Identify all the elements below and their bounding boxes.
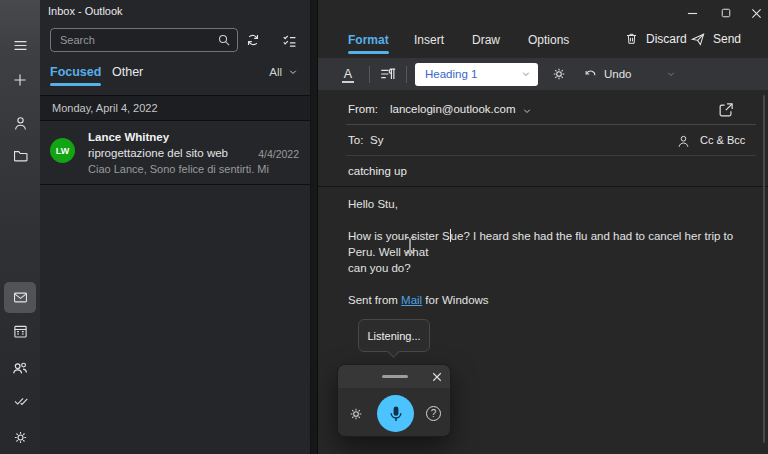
nav-calendar-button[interactable] <box>0 316 40 346</box>
body-greeting: Hello Stu, <box>348 196 750 212</box>
tab-focused[interactable]: Focused <box>50 65 101 79</box>
nav-settings-button[interactable] <box>0 422 40 452</box>
mail-link[interactable]: Mail <box>401 294 422 306</box>
person-icon <box>12 115 29 132</box>
plus-icon <box>12 72 28 88</box>
format-toolbar: A Heading 1 Undo <box>318 58 768 90</box>
gear-icon <box>12 429 29 446</box>
nav-people-button[interactable] <box>0 353 40 383</box>
filter-label: All <box>269 66 282 78</box>
minimize-button[interactable] <box>678 3 706 23</box>
style-dropdown-value: Heading 1 <box>425 68 521 80</box>
undo-button[interactable]: Undo <box>583 67 632 82</box>
scrollbar[interactable] <box>763 95 765 443</box>
send-label: Send <box>713 32 741 46</box>
message-list-item[interactable]: LW Lance Whitney riprogettazione del sit… <box>40 121 310 185</box>
search-box[interactable] <box>50 28 238 52</box>
chevron-down-icon <box>522 106 532 116</box>
voice-typing-panel[interactable]: ? <box>337 364 451 437</box>
accounts-button[interactable] <box>0 108 40 138</box>
hamburger-icon <box>12 37 29 54</box>
voice-help-button[interactable]: ? <box>426 406 441 421</box>
undo-label: Undo <box>604 68 632 80</box>
close-button[interactable] <box>742 3 768 23</box>
send-button[interactable]: Send <box>690 31 741 47</box>
ibeam-cursor <box>404 236 416 254</box>
nav-mail-button[interactable] <box>0 282 40 312</box>
message-date: 4/4/2022 <box>258 148 299 160</box>
cc-bcc-button[interactable]: Cc & Bcc <box>700 134 745 146</box>
close-icon <box>432 372 442 382</box>
chevron-down-icon <box>521 69 531 79</box>
tab-draw[interactable]: Draw <box>472 33 500 47</box>
sync-icon <box>245 32 261 48</box>
calendar-icon <box>12 323 29 340</box>
message-subject: riprogettazione del sito web <box>88 147 228 159</box>
people-icon <box>11 359 29 377</box>
new-item-button[interactable] <box>0 65 40 95</box>
microphone-button[interactable] <box>377 395 414 432</box>
undo-icon <box>583 67 598 82</box>
subject-value[interactable]: catching up <box>348 165 407 177</box>
undo-dropdown-chevron-icon[interactable] <box>666 69 676 79</box>
from-label: From: <box>348 103 378 115</box>
date-group-header: Monday, April 4, 2022 <box>40 95 310 121</box>
double-check-icon <box>12 392 29 409</box>
minimize-icon <box>687 8 698 19</box>
tab-format[interactable]: Format <box>348 33 389 47</box>
tab-focused-underline <box>50 83 101 86</box>
font-a-icon: A <box>342 67 354 83</box>
from-row[interactable]: From: lancelogin@outlook.com <box>318 95 768 125</box>
style-dropdown[interactable]: Heading 1 <box>415 63 538 86</box>
to-label: To: <box>348 134 363 146</box>
close-icon <box>751 8 762 19</box>
search-icon[interactable] <box>217 33 231 47</box>
styles-settings-button[interactable] <box>551 66 567 82</box>
tab-options[interactable]: Options <box>528 33 569 47</box>
tab-insert[interactable]: Insert <box>414 33 444 47</box>
microphone-icon <box>386 404 406 424</box>
filter-dropdown[interactable]: All <box>269 66 298 78</box>
signature: Sent from Mail for Windows <box>348 292 750 308</box>
folder-icon <box>12 147 29 164</box>
hamburger-menu-button[interactable] <box>0 30 40 60</box>
pane-divider <box>311 0 318 454</box>
discard-button[interactable]: Discard <box>624 31 687 46</box>
nav-rail <box>0 0 40 454</box>
search-input[interactable] <box>60 34 217 46</box>
selection-mode-button[interactable] <box>276 28 302 52</box>
message-sender: Lance Whitney <box>88 131 169 143</box>
to-value[interactable]: Sy <box>370 134 383 146</box>
folders-button[interactable] <box>0 140 40 170</box>
avatar: LW <box>50 138 75 163</box>
chevron-down-icon <box>288 67 298 77</box>
to-row[interactable]: To: Sy Cc & Bcc <box>318 126 768 156</box>
mail-icon <box>12 289 29 306</box>
discard-label: Discard <box>646 32 687 46</box>
maximize-icon <box>721 8 731 18</box>
drag-handle[interactable] <box>382 375 408 378</box>
choose-contacts-button[interactable] <box>676 134 691 149</box>
voice-panel-close-button[interactable] <box>431 371 443 383</box>
subject-row[interactable]: catching up <box>318 157 768 187</box>
voice-settings-button[interactable] <box>348 406 364 422</box>
open-in-new-window-button[interactable] <box>717 101 735 119</box>
mail-app-window: Inbox - Outlook Focused Other All Monday… <box>0 0 768 454</box>
checklist-icon <box>281 32 298 49</box>
from-value[interactable]: lancelogin@outlook.com <box>390 103 515 115</box>
mail-list-pane: Inbox - Outlook Focused Other All Monday… <box>40 0 311 454</box>
nav-todo-button[interactable] <box>0 385 40 415</box>
paragraph-formatting-button[interactable] <box>379 65 397 83</box>
window-title: Inbox - Outlook <box>48 5 123 17</box>
maximize-button[interactable] <box>712 3 740 23</box>
tab-format-underline <box>348 51 389 54</box>
trash-icon <box>624 31 639 46</box>
sync-button[interactable] <box>240 28 266 52</box>
message-preview: Ciao Lance, Sono felice di sentirti. Mi <box>88 163 269 175</box>
send-icon <box>690 31 706 47</box>
tab-other[interactable]: Other <box>112 65 143 79</box>
font-formatting-button[interactable]: A <box>338 67 358 81</box>
